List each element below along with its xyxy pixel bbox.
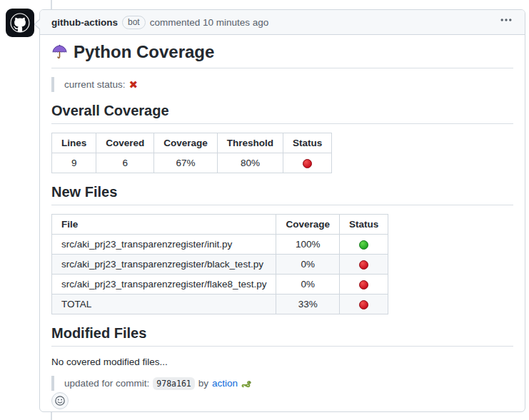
coverage-cell: 33% (276, 294, 340, 314)
page-title: Python Coverage (51, 42, 513, 68)
status-cell (339, 275, 388, 294)
action-link[interactable]: action (212, 378, 238, 389)
coverage-cell: 0% (276, 275, 340, 294)
status-cell (339, 294, 388, 314)
table-header-row: Lines Covered Coverage Threshold Status (52, 133, 332, 153)
file-cell: src/aki_prj23_transparenzregister/init.p… (52, 235, 276, 255)
umbrella-icon (51, 44, 68, 61)
status-circle-icon (359, 240, 368, 250)
kebab-menu-button[interactable] (498, 16, 515, 24)
comment-body: Python Coverage current status: ✖ Overal… (40, 35, 525, 412)
file-cell: src/aki_prj23_transparenzregister/black_… (52, 255, 276, 275)
github-octocat-logo-icon (6, 9, 34, 37)
column-header: Status (283, 133, 332, 153)
comment-timestamp[interactable]: commented 10 minutes ago (150, 17, 269, 28)
coverage-cell: 100% (276, 235, 340, 255)
column-header: Coverage (276, 215, 340, 235)
status-circle-icon (359, 280, 368, 290)
overall-coverage-heading: Overall Coverage (51, 102, 513, 124)
lines-cell: 9 (52, 153, 96, 173)
by-text: by (198, 378, 208, 389)
new-files-table: File Coverage Status src/aki_prj23_trans… (51, 214, 388, 314)
table-row: src/aki_prj23_transparenzregister/init.p… (52, 235, 388, 255)
coverage-cell: 67% (154, 153, 218, 173)
status-circle-icon (359, 260, 368, 270)
table-row: src/aki_prj23_transparenzregister/black_… (52, 255, 388, 275)
status-cell (283, 153, 332, 173)
coverage-cell: 0% (276, 255, 340, 275)
file-cell: TOTAL (52, 294, 276, 314)
commit-footer-quote: updated for commit: 978a161 by action (51, 376, 513, 391)
avatar[interactable] (6, 9, 34, 37)
column-header: Status (339, 215, 388, 235)
current-status-quote: current status: ✖ (51, 77, 513, 92)
table-header-row: File Coverage Status (52, 215, 388, 235)
column-header: Threshold (217, 133, 283, 153)
bot-badge: bot (122, 16, 146, 29)
commit-label: updated for commit: (64, 378, 149, 389)
status-cell (339, 235, 388, 255)
comment-box: github-actions bot commented 10 minutes … (39, 9, 525, 412)
add-reaction-button[interactable] (51, 392, 69, 409)
overall-coverage-table: Lines Covered Coverage Threshold Status … (51, 133, 332, 173)
covered-cell: 6 (96, 153, 154, 173)
commit-hash: 978a161 (153, 377, 194, 390)
smiley-icon (54, 395, 66, 406)
table-row: src/aki_prj23_transparenzregister/flake8… (52, 275, 388, 294)
cross-mark-icon: ✖ (129, 79, 138, 90)
column-header: Covered (96, 133, 154, 153)
status-cell (339, 255, 388, 275)
threshold-cell: 80% (217, 153, 283, 173)
author-name[interactable]: github-actions (51, 17, 118, 28)
new-files-heading: New Files (51, 183, 513, 205)
table-row: TOTAL 33% (52, 294, 388, 314)
modified-files-heading: Modified Files (51, 324, 513, 347)
kebab-horizontal-icon (500, 19, 512, 21)
no-modified-files-text: No covered modified files... (51, 357, 513, 367)
column-header: Lines (52, 133, 96, 153)
comment-header: github-actions bot commented 10 minutes … (40, 10, 525, 35)
column-header: Coverage (154, 133, 218, 153)
table-row: 9 6 67% 80% (52, 153, 332, 173)
file-cell: src/aki_prj23_transparenzregister/flake8… (52, 275, 276, 294)
title-text: Python Coverage (74, 42, 214, 62)
status-circle-icon (303, 159, 312, 168)
snake-icon (241, 378, 252, 389)
current-status-label: current status: (64, 79, 126, 90)
status-circle-icon (359, 300, 368, 309)
column-header: File (52, 215, 276, 235)
